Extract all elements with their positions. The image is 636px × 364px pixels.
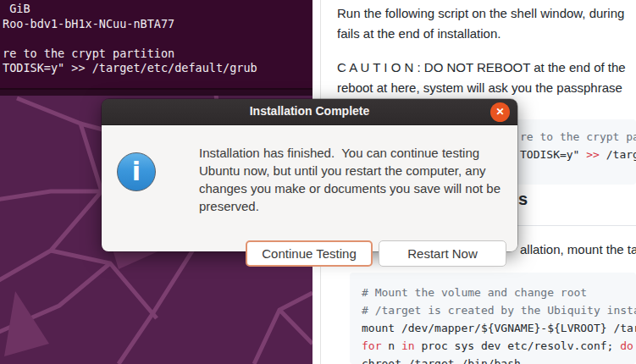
doc-paragraph-3: allation, mount the target xyxy=(520,240,636,260)
section-heading-fragment: s xyxy=(518,190,528,209)
terminal-shadow xyxy=(0,90,312,96)
code-block-chroot: # Mount the volume and change root# /tar… xyxy=(350,273,636,364)
terminal-window[interactable]: GiBRoo-bdv1-bH1x-NCuu-nBTA77 re to the c… xyxy=(0,0,312,90)
dialog-message: Installation has finished. You can conti… xyxy=(199,144,501,215)
dialog-title: Installation Complete xyxy=(102,104,517,118)
info-icon: i xyxy=(117,152,156,191)
close-icon: ✕ xyxy=(495,106,504,118)
doc-paragraph-1: Run the following script on the shell wi… xyxy=(337,3,636,44)
installation-complete-dialog: Installation Complete ✕ i Installation h… xyxy=(102,99,517,251)
terminal-output: GiBRoo-bdv1-bH1x-NCuu-nBTA77 re to the c… xyxy=(3,2,257,76)
restart-now-button[interactable]: Restart Now xyxy=(379,240,506,267)
dialog-titlebar[interactable]: Installation Complete ✕ xyxy=(102,99,517,125)
close-button[interactable]: ✕ xyxy=(490,102,510,122)
screen: GiBRoo-bdv1-bH1x-NCuu-nBTA77 re to the c… xyxy=(0,0,636,364)
continue-testing-button[interactable]: Continue Testing xyxy=(246,240,373,267)
dialog-body: i Installation has finished. You can con… xyxy=(102,125,517,251)
doc-paragraph-2: C A U T I O N : DO NOT REBOOT at the end… xyxy=(337,58,636,98)
